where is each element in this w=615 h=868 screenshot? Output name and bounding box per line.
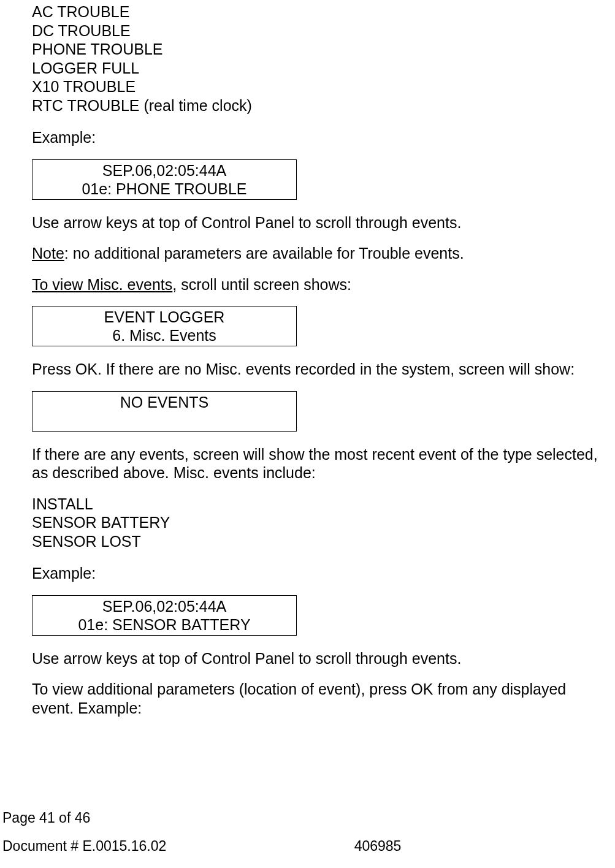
page-total: 46 [75, 810, 91, 826]
lcd-display-event-logger: EVENT LOGGER 6. Misc. Events [32, 306, 297, 346]
lcd-line: SEP.06,02:05:44A [32, 161, 296, 180]
misc-item: SENSOR BATTERY [32, 513, 611, 532]
example-label: Example: [32, 564, 611, 583]
page: AC TROUBLE DC TROUBLE PHONE TROUBLE LOGG… [0, 0, 615, 868]
right-number: 406985 [354, 837, 402, 855]
lcd-display-sensor-battery: SEP.06,02:05:44A 01e: SENSOR BATTERY [32, 595, 297, 636]
page-footer: Page 41 of 46 Document # E.0015.16.02 40… [0, 809, 401, 855]
paragraph-misc-intro: To view Misc. events, scroll until scree… [32, 275, 611, 294]
lcd-line [32, 411, 296, 430]
content-body: AC TROUBLE DC TROUBLE PHONE TROUBLE LOGG… [32, 0, 611, 717]
paragraph-events-intro: If there are any events, screen will sho… [32, 445, 611, 482]
trouble-list: AC TROUBLE DC TROUBLE PHONE TROUBLE LOGG… [32, 2, 611, 115]
lcd-line: EVENT LOGGER [32, 308, 296, 326]
paragraph-note: Note: no additional parameters are avail… [32, 244, 611, 263]
misc-item: SENSOR LOST [32, 532, 611, 551]
paragraph-press-ok: Press OK. If there are no Misc. events r… [32, 360, 611, 379]
lcd-display-phone-trouble: SEP.06,02:05:44A 01e: PHONE TROUBLE [32, 159, 297, 200]
lcd-display-no-events: NO EVENTS [32, 391, 297, 432]
trouble-item: DC TROUBLE [32, 21, 611, 40]
note-text: : no additional parameters are available… [64, 245, 464, 262]
trouble-item: RTC TROUBLE (real time clock) [32, 96, 611, 115]
example-label: Example: [32, 128, 611, 147]
trouble-item: X10 TROUBLE [32, 77, 611, 96]
lcd-line: 01e: SENSOR BATTERY [32, 615, 296, 634]
doc-number: E.0015.16.02 [82, 838, 166, 854]
trouble-item: LOGGER FULL [32, 59, 611, 78]
lcd-line: 01e: PHONE TROUBLE [32, 180, 296, 198]
paragraph-additional-params: To view additional parameters (location … [32, 680, 611, 717]
page-number-row: Page 41 of 46 [0, 809, 401, 826]
misc-label: To view Misc. events [32, 276, 172, 293]
trouble-item: AC TROUBLE [32, 2, 611, 21]
paragraph-arrow-keys: Use arrow keys at top of Control Panel t… [32, 213, 611, 232]
page-label: Page [2, 810, 39, 826]
paragraph-arrow-keys-2: Use arrow keys at top of Control Panel t… [32, 649, 611, 668]
misc-text: , scroll until screen shows: [172, 276, 351, 293]
document-row: Document # E.0015.16.02 406985 [0, 837, 401, 855]
doc-label-text: Document # [2, 838, 82, 854]
document-label: Document # E.0015.16.02 [2, 837, 166, 855]
misc-item: INSTALL [32, 495, 611, 514]
note-label: Note [32, 245, 64, 262]
page-current: 41 [39, 810, 55, 826]
lcd-line: SEP.06,02:05:44A [32, 597, 296, 615]
lcd-line: NO EVENTS [32, 393, 296, 411]
trouble-item: PHONE TROUBLE [32, 40, 611, 59]
lcd-line: 6. Misc. Events [32, 326, 296, 345]
misc-list: INSTALL SENSOR BATTERY SENSOR LOST [32, 495, 611, 551]
page-of: of [55, 810, 75, 826]
